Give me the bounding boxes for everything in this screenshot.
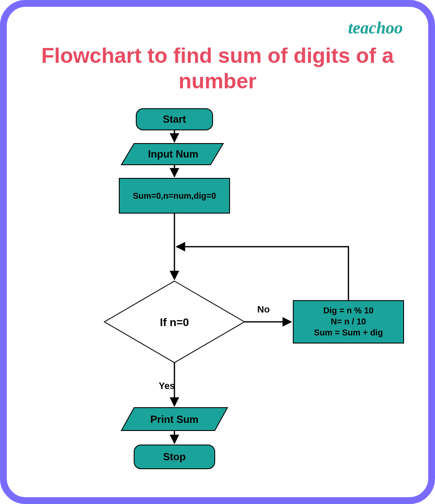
svg-text:Dig = n % 10: Dig = n % 10 xyxy=(323,306,373,315)
svg-text:If  n=0: If n=0 xyxy=(160,316,189,329)
node-start: Start xyxy=(136,109,213,130)
node-init: Sum=0,n=num,dig=0 xyxy=(119,178,230,213)
edge-label-yes: Yes xyxy=(159,380,175,391)
svg-text:Input Num: Input Num xyxy=(148,148,199,160)
page-frame: teachoo Flowchart to find sum of digits … xyxy=(0,0,435,504)
svg-text:Sum=0,n=num,dig=0: Sum=0,n=num,dig=0 xyxy=(133,191,216,200)
edge-label-no: No xyxy=(257,304,269,315)
node-loop-body: Dig = n % 10 N= n / 10 Sum = Sum + dig xyxy=(293,301,404,343)
svg-text:Sum =  Sum + dig: Sum = Sum + dig xyxy=(314,328,383,337)
node-decision: If n=0 xyxy=(104,281,244,363)
node-input: Input Num xyxy=(121,144,223,165)
svg-text:Start: Start xyxy=(163,113,186,125)
flowchart-canvas: Start Input Num Sum=0,n=num,dig=0 If n=0… xyxy=(7,7,428,497)
arrow-loop-back xyxy=(177,247,348,301)
svg-text:Stop: Stop xyxy=(163,451,185,462)
svg-text:N= n / 10: N= n / 10 xyxy=(331,317,366,326)
svg-text:Print Sum: Print Sum xyxy=(150,414,198,425)
node-output: Print Sum xyxy=(121,408,227,431)
node-stop: Stop xyxy=(134,445,215,469)
